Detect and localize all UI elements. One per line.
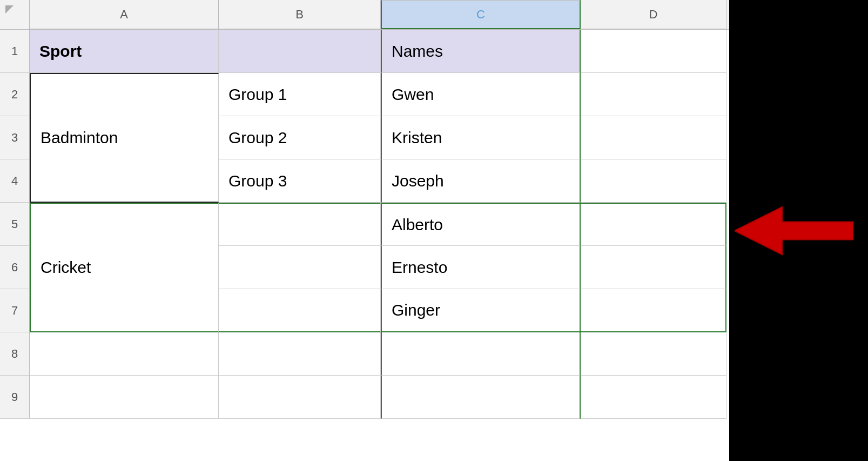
cell-d2[interactable] <box>581 73 726 116</box>
cell-b7[interactable] <box>219 289 381 332</box>
cell-d9[interactable] <box>581 376 726 419</box>
table-row: 4 Group 3 Joseph <box>0 159 729 203</box>
cell-a9[interactable] <box>30 376 219 419</box>
cell-a3[interactable]: Badminton <box>30 116 219 159</box>
col-header-b[interactable]: B <box>219 0 381 29</box>
row-num-6: 6 <box>0 246 30 289</box>
cell-a2[interactable] <box>30 73 219 116</box>
col-header-a[interactable]: A <box>30 0 219 29</box>
cell-a6[interactable]: Cricket <box>30 246 219 289</box>
table-row: 8 <box>0 332 729 376</box>
cell-d7[interactable] <box>581 289 726 332</box>
column-headers: A B C D <box>0 0 729 30</box>
svg-marker-0 <box>735 207 853 255</box>
cell-c7[interactable]: Ginger <box>381 289 581 332</box>
cell-b3[interactable]: Group 2 <box>219 116 381 159</box>
table-row: 5 Alberto <box>0 203 729 246</box>
cell-d6[interactable] <box>581 246 726 289</box>
col-header-c[interactable]: C <box>381 0 581 29</box>
cell-c3[interactable]: Kristen <box>381 116 581 159</box>
row-num-2: 2 <box>0 73 30 116</box>
table-row: 9 <box>0 376 729 419</box>
cell-b2[interactable]: Group 1 <box>219 73 381 116</box>
table-row: 3 Badminton Group 2 Kristen <box>0 116 729 159</box>
row-num-9: 9 <box>0 376 30 419</box>
cell-a4[interactable] <box>30 159 219 203</box>
row-num-8: 8 <box>0 332 30 376</box>
cell-a5[interactable] <box>30 203 219 246</box>
row-num-4: 4 <box>0 159 30 203</box>
arrow-area <box>729 0 868 461</box>
table-row: 2 Group 1 Gwen <box>0 73 729 116</box>
cell-b4[interactable]: Group 3 <box>219 159 381 203</box>
cell-c9[interactable] <box>381 376 581 419</box>
cell-a8[interactable] <box>30 332 219 376</box>
table-row: 6 Cricket Ernesto <box>0 246 729 289</box>
cell-c2[interactable]: Gwen <box>381 73 581 116</box>
row-num-1: 1 <box>0 30 30 73</box>
cell-c5[interactable]: Alberto <box>381 203 581 246</box>
col-header-d[interactable]: D <box>581 0 726 29</box>
cell-d1[interactable] <box>581 30 726 73</box>
cell-c6[interactable]: Ernesto <box>381 246 581 289</box>
cell-d3[interactable] <box>581 116 726 159</box>
cell-b6[interactable] <box>219 246 381 289</box>
cell-d8[interactable] <box>581 332 726 376</box>
cell-b8[interactable] <box>219 332 381 376</box>
cell-a7[interactable] <box>30 289 219 332</box>
cell-d4[interactable] <box>581 159 726 203</box>
corner-cell <box>0 0 30 30</box>
cell-d5[interactable] <box>581 203 726 246</box>
cell-c1[interactable]: Names <box>381 30 581 73</box>
cell-c8[interactable] <box>381 332 581 376</box>
cell-c4[interactable]: Joseph <box>381 159 581 203</box>
red-left-arrow <box>735 198 853 263</box>
data-rows: 1 Sport Names 2 Group 1 Gwen 3 Badminton… <box>0 30 729 419</box>
spreadsheet: A B C D 1 Sport Names 2 Group 1 Gwen 3 B… <box>0 0 729 461</box>
cell-b5[interactable] <box>219 203 381 246</box>
cell-b1[interactable] <box>219 30 381 73</box>
row-num-5: 5 <box>0 203 30 246</box>
cell-a1[interactable]: Sport <box>30 30 219 73</box>
table-row: 1 Sport Names <box>0 30 729 73</box>
row-num-3: 3 <box>0 116 30 159</box>
cell-b9[interactable] <box>219 376 381 419</box>
row-num-7: 7 <box>0 289 30 332</box>
table-row: 7 Ginger <box>0 289 729 332</box>
